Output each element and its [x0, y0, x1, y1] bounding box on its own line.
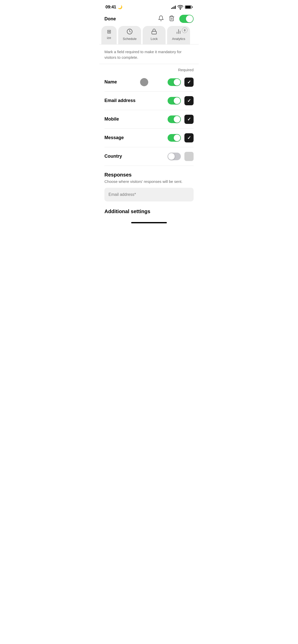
analytics-icon — [175, 28, 182, 36]
field-label-message: Message — [104, 135, 124, 140]
additional-settings-section: Additional settings — [99, 201, 199, 214]
status-bar: 09:41 🌙 — [99, 0, 199, 13]
wifi-icon — [177, 4, 183, 10]
home-indicator — [99, 219, 199, 225]
tab-size[interactable]: ⊞ ize — [101, 26, 117, 44]
field-controls-country: ✓ — [168, 152, 194, 161]
checkbox-mobile[interactable]: ✓ — [184, 115, 194, 124]
field-label-mobile: Mobile — [104, 116, 119, 122]
toggle-thumb-country — [168, 153, 175, 160]
additional-settings-title: Additional settings — [104, 209, 194, 214]
toggle-country[interactable] — [168, 153, 181, 160]
status-time: 09:41 — [105, 5, 116, 10]
signal-icon — [171, 5, 176, 9]
tab-lock-label: Lock — [151, 37, 157, 41]
check-icon-country: ✓ — [187, 154, 191, 159]
toggle-thumb-email — [174, 97, 180, 104]
toggle-message[interactable] — [168, 134, 181, 142]
svg-rect-4 — [152, 31, 156, 34]
field-controls-message: ✓ — [168, 133, 194, 142]
required-header: Required — [104, 64, 194, 73]
size-icon: ⊞ — [107, 28, 111, 35]
toggle-mobile[interactable] — [168, 115, 181, 123]
notification-button[interactable] — [158, 15, 164, 22]
delete-button[interactable] — [169, 15, 175, 22]
tab-size-label: ize — [107, 36, 111, 40]
check-icon-name: ✓ — [187, 79, 191, 85]
fields-section: Required Name ✓ Email address — [99, 64, 199, 166]
tab-analytics[interactable]: 0 Analytics — [167, 26, 190, 44]
responses-title: Responses — [104, 172, 194, 178]
checkbox-message[interactable]: ✓ — [184, 133, 194, 142]
drag-handle-name[interactable] — [140, 78, 148, 86]
checkbox-email[interactable]: ✓ — [184, 96, 194, 105]
nav-bar: Done — [99, 13, 199, 26]
tab-schedule-label: Schedule — [123, 37, 137, 41]
status-icons — [171, 4, 193, 10]
trash-icon — [169, 15, 175, 21]
check-icon-message: ✓ — [187, 135, 191, 141]
moon-icon: 🌙 — [118, 5, 123, 9]
tab-bar: ⊞ ize Schedule Lock 0 — [99, 26, 199, 45]
field-controls-mobile: ✓ — [168, 115, 194, 124]
toggle-thumb-message — [174, 135, 180, 141]
toggle-thumb-mobile — [174, 116, 180, 123]
field-label-email: Email address — [104, 98, 136, 103]
checkbox-name[interactable]: ✓ — [184, 78, 194, 87]
field-row-name: Name ✓ — [104, 73, 194, 92]
field-row-email: Email address ✓ — [104, 92, 194, 110]
field-controls-email: ✓ — [168, 96, 194, 105]
checkbox-country[interactable]: ✓ — [184, 152, 194, 161]
toggle-name[interactable] — [168, 78, 181, 86]
field-row-message: Message ✓ — [104, 129, 194, 147]
field-row-country: Country ✓ — [104, 147, 194, 166]
bell-icon — [158, 15, 164, 21]
battery-icon — [185, 5, 193, 9]
global-toggle[interactable] — [179, 15, 194, 23]
nav-icons — [158, 15, 194, 23]
toggle-thumb-name — [174, 79, 180, 85]
global-toggle-thumb — [186, 15, 193, 22]
lock-icon — [151, 28, 157, 36]
check-icon-email: ✓ — [187, 98, 191, 104]
responses-section: Responses Choose where visitors' respons… — [99, 166, 199, 201]
main-content: Mark a field required to make it mandato… — [99, 45, 199, 225]
field-row-mobile: Mobile ✓ — [104, 110, 194, 129]
responses-subtitle: Choose where visitors' responses will be… — [104, 179, 194, 184]
tab-analytics-label: Analytics — [172, 37, 185, 41]
email-response-input[interactable] — [104, 188, 194, 201]
field-controls-name: ✓ — [168, 78, 194, 87]
home-bar — [131, 222, 167, 223]
description-section: Mark a field required to make it mandato… — [99, 45, 199, 64]
tab-lock[interactable]: Lock — [143, 26, 166, 44]
tab-schedule[interactable]: Schedule — [118, 26, 141, 44]
description-text: Mark a field required to make it mandato… — [104, 49, 194, 60]
svg-point-0 — [180, 9, 181, 9]
field-label-name: Name — [104, 79, 117, 85]
check-icon-mobile: ✓ — [187, 116, 191, 122]
field-label-country: Country — [104, 154, 122, 159]
toggle-email[interactable] — [168, 97, 181, 105]
schedule-icon — [127, 28, 133, 36]
done-button[interactable]: Done — [104, 16, 116, 22]
analytics-badge: 0 — [182, 27, 187, 33]
